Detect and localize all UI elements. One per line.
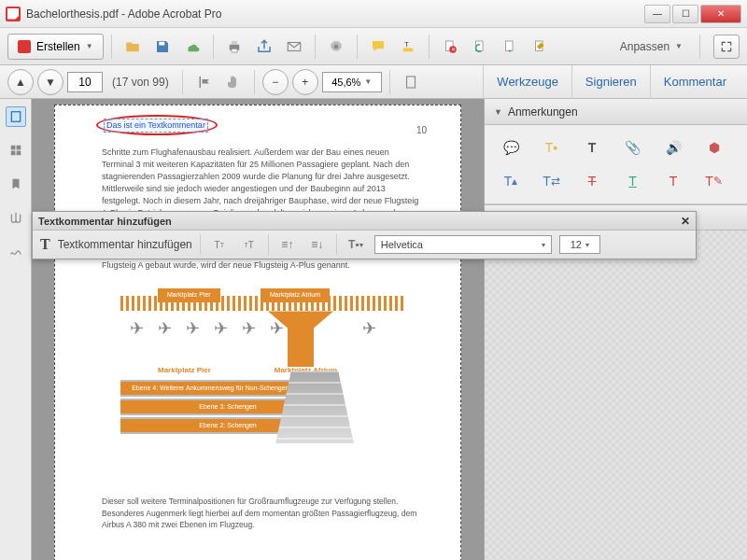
separator bbox=[389, 70, 390, 94]
separator bbox=[182, 70, 183, 94]
font-size-select[interactable]: 12▾ bbox=[559, 235, 600, 254]
edit-page-button[interactable] bbox=[527, 34, 553, 60]
audio-tool[interactable]: 🔊 bbox=[660, 136, 686, 159]
email-button[interactable] bbox=[281, 34, 307, 60]
prev-page-button[interactable]: ▲ bbox=[7, 69, 34, 95]
separator bbox=[699, 35, 700, 59]
main-toolbar: Erstellen ▼ T ✕ Anpassen ▼ bbox=[0, 28, 747, 65]
maximize-button[interactable]: ☐ bbox=[672, 5, 698, 23]
decrease-font-button[interactable]: TT bbox=[208, 234, 231, 255]
fullscreen-button[interactable] bbox=[713, 35, 740, 59]
app-icon bbox=[6, 7, 21, 21]
separator bbox=[429, 35, 430, 59]
add-note-tool[interactable]: T bbox=[660, 170, 686, 192]
line-spacing-dec-button[interactable]: ≡↓ bbox=[306, 234, 329, 255]
plane-icon: ✈ bbox=[362, 316, 376, 341]
highlight-button[interactable]: T bbox=[395, 34, 421, 60]
close-button[interactable]: ✕ bbox=[700, 5, 741, 23]
document-area[interactable]: 10 Das ist ein Textkommentar Schritte zu… bbox=[32, 99, 484, 560]
text-comment-toolbar: Textkommentar hinzufügen ✕ T Textkomment… bbox=[32, 211, 697, 259]
svg-rect-16 bbox=[10, 146, 15, 150]
separator bbox=[315, 35, 316, 59]
text-color-button[interactable]: T▪▾ bbox=[345, 234, 367, 255]
thumbnails-tab[interactable] bbox=[6, 106, 26, 127]
zoom-level-select[interactable]: 45,6%▼ bbox=[322, 72, 382, 92]
svg-rect-17 bbox=[16, 146, 21, 150]
annotations-panel-header[interactable]: ▼ Anmerkungen bbox=[485, 99, 747, 125]
plane-icon: ✈ bbox=[158, 316, 172, 341]
line-spacing-inc-button[interactable]: ≡↑ bbox=[276, 234, 299, 255]
chevron-down-icon: ▼ bbox=[675, 42, 683, 50]
plane-icon: ✈ bbox=[214, 316, 228, 341]
bookmarks-tab[interactable] bbox=[6, 174, 26, 194]
print-button[interactable] bbox=[221, 34, 247, 60]
replace-text-tool[interactable]: T⇄ bbox=[539, 170, 565, 192]
attachments-tab[interactable] bbox=[6, 207, 26, 228]
sticky-note-tool[interactable]: 💬 bbox=[498, 136, 524, 159]
increase-font-button[interactable]: TT bbox=[238, 234, 261, 255]
stamp-tool[interactable]: ⬢ bbox=[701, 136, 727, 159]
plane-icon: ✈ bbox=[242, 316, 256, 341]
hand-tool-button[interactable] bbox=[220, 69, 247, 95]
text-tool[interactable]: T bbox=[579, 136, 605, 159]
comment-panel-link[interactable]: Kommentar bbox=[650, 65, 740, 99]
font-family-select[interactable]: Helvetica▾ bbox=[374, 235, 552, 254]
plane-icon: ✈ bbox=[186, 316, 200, 341]
page-count-label: (17 von 99) bbox=[112, 76, 169, 89]
rotate-page-button[interactable] bbox=[467, 34, 493, 60]
separator bbox=[357, 35, 358, 59]
text-annotation[interactable]: Das ist ein Textkommentar bbox=[104, 119, 208, 133]
page-number-input[interactable] bbox=[67, 72, 103, 92]
right-panel: ▼ Anmerkungen 💬 T▪ T 📎 🔊 ⬢ T▴ T⇄ T T T T… bbox=[484, 99, 747, 560]
pages-tab[interactable] bbox=[6, 140, 26, 161]
svg-rect-14 bbox=[406, 77, 415, 88]
collapse-icon: ▼ bbox=[494, 107, 502, 117]
next-page-button[interactable]: ▼ bbox=[37, 69, 63, 95]
insert-text-tool[interactable]: T▴ bbox=[498, 170, 524, 192]
select-tool-button[interactable] bbox=[190, 69, 217, 95]
tools-panel-link[interactable]: Werkzeuge bbox=[483, 65, 571, 99]
signatures-tab[interactable] bbox=[6, 241, 26, 261]
text-comment-toolbar-header[interactable]: Textkommentar hinzufügen ✕ bbox=[33, 212, 696, 231]
separator bbox=[111, 35, 112, 59]
separator bbox=[254, 70, 255, 94]
gear-button[interactable] bbox=[323, 34, 349, 60]
page-diagram: Marktplatz Pier Marktplatz Atrium ✈ ✈ ✈ … bbox=[102, 288, 423, 484]
pdf-page: 10 Das ist ein Textkommentar Schritte zu… bbox=[54, 105, 461, 560]
share-button[interactable] bbox=[251, 34, 277, 60]
svg-rect-12 bbox=[505, 41, 513, 51]
svg-rect-0 bbox=[159, 41, 164, 45]
minimize-button[interactable]: — bbox=[644, 5, 670, 23]
close-icon[interactable]: ✕ bbox=[681, 215, 690, 228]
cloud-button[interactable] bbox=[179, 34, 205, 60]
text-comment-label: Textkommentar hinzufügen bbox=[58, 238, 192, 251]
svg-rect-15 bbox=[11, 112, 20, 122]
strikethrough-tool[interactable]: T bbox=[579, 170, 605, 192]
underline-tool[interactable]: T bbox=[620, 170, 646, 192]
nav-toolbar: ▲ ▼ (17 von 99) − + 45,6%▼ Werkzeuge Sig… bbox=[0, 65, 747, 99]
separator bbox=[213, 35, 214, 59]
sign-panel-link[interactable]: Signieren bbox=[571, 65, 650, 99]
window-titlebar: Bachelorthesis.pdf - Adobe Acrobat Pro —… bbox=[0, 0, 747, 28]
svg-text:T: T bbox=[404, 40, 409, 49]
fit-width-button[interactable] bbox=[398, 69, 424, 95]
attach-tool[interactable]: 📎 bbox=[620, 136, 646, 159]
extract-page-button[interactable] bbox=[497, 34, 523, 60]
zoom-in-button[interactable]: + bbox=[292, 69, 318, 95]
customize-menu[interactable]: Anpassen ▼ bbox=[611, 35, 692, 59]
svg-rect-3 bbox=[232, 49, 237, 52]
annotation-tools: 💬 T▪ T 📎 🔊 ⬢ T▴ T⇄ T T T T✎ bbox=[485, 125, 747, 204]
delete-page-button[interactable]: ✕ bbox=[437, 34, 463, 60]
comment-list-area bbox=[485, 231, 747, 560]
svg-rect-6 bbox=[402, 48, 413, 51]
highlight-tool[interactable]: T▪ bbox=[539, 136, 565, 159]
zoom-out-button[interactable]: − bbox=[262, 69, 289, 95]
svg-rect-19 bbox=[16, 151, 21, 156]
text-tool-icon: T bbox=[40, 236, 50, 253]
create-icon bbox=[18, 40, 31, 53]
save-button[interactable] bbox=[149, 34, 176, 60]
text-correction-tool[interactable]: T✎ bbox=[701, 170, 727, 192]
comment-bubble-button[interactable] bbox=[365, 34, 391, 60]
create-button[interactable]: Erstellen ▼ bbox=[7, 34, 104, 60]
open-button[interactable] bbox=[120, 34, 146, 60]
